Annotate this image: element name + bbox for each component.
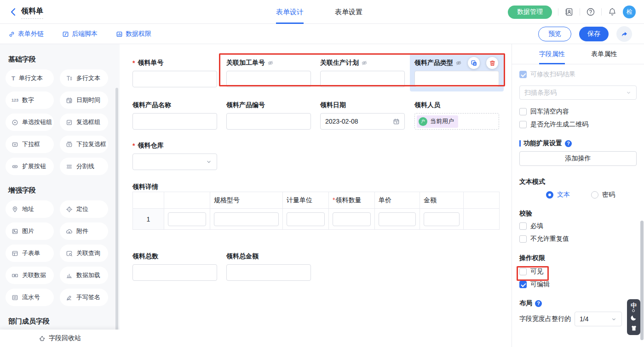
sidebar-item-address[interactable]: 地址 [6,200,54,218]
sidebar-item-divider[interactable]: 分割线 [60,158,108,175]
sidebar-item-image[interactable]: 图片 [6,222,54,240]
sidebar-item-extend-button[interactable]: 扩展按钮 [6,158,54,175]
date-input[interactable]: 2023-02-08 [320,113,405,130]
floating-toolbar[interactable]: 中 [627,299,640,335]
radio-password[interactable] [591,191,598,199]
sidebar-item-attachment[interactable]: 附件 [60,222,108,240]
total-amount-input[interactable] [226,264,311,281]
help-icon[interactable] [586,7,595,17]
option-no-duplicate[interactable]: 不允许重复值 [519,234,637,244]
checkbox-allow-qrcode[interactable] [519,121,527,128]
field-warehouse[interactable]: 领料仓库 [128,137,222,174]
field-recycle-bin[interactable]: 字段回收站 [0,330,120,347]
option-modify-scan-result[interactable]: 可修改扫码结果 [519,70,637,79]
field-product-code[interactable]: 领料产品编号 [222,96,316,134]
warehouse-select[interactable] [132,154,217,170]
form-canvas[interactable]: 领料单号 关联加工单号 关联生产计划 领料产品类型 领料产品名称 领料产品编号 [120,44,512,347]
product-type-input[interactable] [414,71,499,87]
sidebar-scrollbar[interactable] [115,88,118,347]
field-product-name[interactable]: 领料产品名称 [128,96,222,134]
avatar[interactable]: 检 [623,6,636,18]
copy-field-button[interactable] [468,57,480,69]
help-circle-icon[interactable]: ? [535,300,542,307]
field-linked-process-order[interactable]: 关联加工单号 [222,54,316,91]
checkbox-no-duplicate[interactable] [519,235,527,243]
subform-cell-input[interactable] [214,212,279,226]
tab-form-properties[interactable]: 表单属性 [591,44,617,64]
checkbox-clear-on-enter[interactable] [519,108,527,115]
checkbox-editable[interactable] [519,281,527,288]
field-linked-production-plan[interactable]: 关联生产计划 [316,54,409,91]
panel-scrollbar[interactable] [640,221,644,340]
field-requisition-no[interactable]: 领料单号 [128,54,222,91]
subform-cell-input[interactable] [168,212,206,226]
add-action-button[interactable]: 添加操作 [519,151,637,166]
field-requisition-person[interactable]: 领料人员 户 当前用户 [410,96,504,134]
option-clear-on-enter[interactable]: 回车清空内容 [519,107,637,116]
preview-button[interactable]: 预览 [538,27,571,41]
tab-field-properties[interactable]: 字段属性 [539,44,565,64]
checkbox-visible[interactable] [519,268,527,275]
sidebar-item-single-line-text[interactable]: T单行文本 [6,69,54,87]
sidebar-item-multi-select[interactable]: 下拉复选框 [60,136,108,153]
option-allow-qrcode[interactable]: 是否允许生成二维码 [519,120,637,129]
total-quantity-input[interactable] [132,264,217,281]
subform-table[interactable]: 规格型号 计量单位 领料数量 单价 金额 1 [132,192,500,230]
product-name-input[interactable] [132,113,217,130]
option-required[interactable]: 必填 [519,222,637,231]
sidebar-item-radio-group[interactable]: 单选按钮组 [6,114,54,131]
delete-field-button[interactable] [486,57,498,69]
theme-shirt-icon[interactable] [630,324,638,332]
field-product-type-selected[interactable]: 领料产品类型 [410,54,504,91]
subform-cell-input[interactable] [379,212,416,226]
field-total-quantity[interactable]: 领料总数 [128,247,222,285]
save-button[interactable]: 保存 [579,27,609,41]
notification-bell-icon[interactable] [608,7,617,17]
field-total-amount[interactable]: 领料总金额 [222,247,316,285]
current-user-tag[interactable]: 户 当前用户 [417,115,458,128]
subform-cell-input[interactable] [333,212,371,226]
section-title-enhanced-fields: 增强字段 [8,186,120,195]
data-permission-button[interactable]: 数据权限 [116,30,151,38]
sidebar-item-subform[interactable]: 子表单 [6,245,54,262]
field-width-select[interactable]: 1/4 [575,312,622,326]
share-button[interactable] [616,26,632,42]
sidebar-item-signature[interactable]: 手写签名 [60,289,108,306]
linked-process-order-input[interactable] [226,71,311,87]
backend-script-button[interactable]: 后端脚本 [62,30,98,38]
checkbox-required[interactable] [519,222,527,230]
contacts-book-icon[interactable] [564,7,574,17]
sidebar-item-checkbox-group[interactable]: 复选框组 [60,114,108,131]
dark-mode-moon-icon[interactable] [630,314,638,322]
requisition-no-input[interactable] [132,71,217,87]
person-input[interactable]: 户 当前用户 [414,113,499,130]
form-title[interactable]: 领料单 [21,6,43,19]
external-link-button[interactable]: 表单外链 [8,30,44,38]
field-requisition-date[interactable]: 领料日期 2023-02-08 [316,96,409,134]
back-button[interactable] [8,7,18,17]
sidebar-item-number[interactable]: 123数字 [6,91,54,109]
subform-cell-input[interactable] [287,212,325,226]
calendar-icon[interactable] [393,118,400,125]
sidebar-item-lookup-query[interactable]: 关联查询 [60,245,108,262]
linked-production-plan-input[interactable] [320,71,405,87]
sidebar-item-location[interactable]: 定位 [60,200,108,218]
sidebar-item-serial-number[interactable]: 流水号 [6,289,54,306]
option-editable[interactable]: 可编辑 [519,280,637,289]
language-toggle[interactable]: 中 [631,302,637,308]
sidebar-item-multi-line-text[interactable]: 多行文本 [60,69,108,87]
sidebar-item-data-load[interactable]: 数据加载 [60,267,108,284]
col-unit-price: 单价 [375,192,420,209]
tab-form-settings[interactable]: 表单设置 [335,0,362,24]
tab-form-design[interactable]: 表单设计 [276,0,304,24]
sidebar-item-select[interactable]: 下拉框 [6,136,54,153]
sidebar-item-linked-data[interactable]: 关联数据 [6,267,54,284]
product-code-input[interactable] [226,113,311,130]
sidebar-item-datetime[interactable]: 日期时间 [60,91,108,109]
help-circle-icon[interactable]: ? [565,140,572,147]
radio-text[interactable] [546,191,553,199]
option-visible[interactable]: 可见 [519,267,637,276]
data-manage-button[interactable]: 数据管理 [508,6,552,19]
scan-mode-select[interactable]: 扫描条形码 [519,85,637,100]
subform-cell-input[interactable] [424,212,460,226]
